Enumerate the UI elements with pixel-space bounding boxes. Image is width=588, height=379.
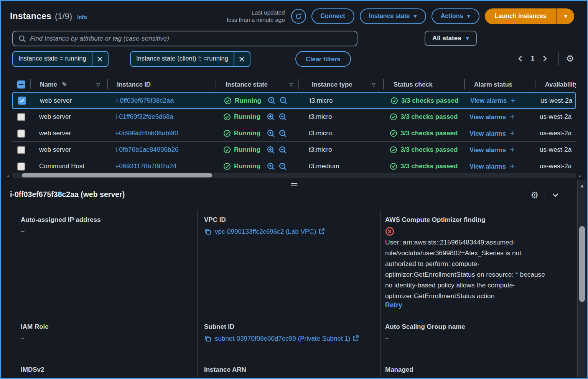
zoom-out-icon[interactable] [278, 146, 287, 154]
header-bar: Instances (1/9) Info Last updated less t… [10, 8, 574, 25]
view-alarms-link[interactable]: View alarms+ [469, 146, 515, 154]
error-icon [385, 227, 554, 236]
instance-state-text: Running [234, 162, 260, 170]
external-link-icon [318, 228, 325, 235]
success-check-icon [390, 130, 397, 137]
clear-filters-button[interactable]: Clear filters [295, 51, 351, 67]
vpc-id-link[interactable]: vpc-0990133ffc2c696c2 (Lab VPC) [215, 226, 325, 237]
refresh-icon [295, 13, 302, 20]
connect-button[interactable]: Connect [311, 8, 354, 24]
header-actions: Last updated less than a minute ago Conn… [227, 8, 574, 24]
instance-id-link[interactable]: i-0c999c84bb06ab9f0 [115, 130, 178, 137]
current-page-number[interactable]: 1 [527, 55, 538, 62]
subnet-id-link[interactable]: subnet-03970f08e60d7ec99 (Private Subnet… [215, 333, 359, 344]
instance-name: Command Host [30, 158, 106, 174]
zoom-in-icon[interactable] [267, 146, 275, 154]
column-header-instance-id[interactable]: Instance ID [108, 76, 216, 92]
sort-caret-icon[interactable]: ▽ [289, 82, 293, 87]
column-header-status-check[interactable]: Status check [384, 76, 464, 92]
instance-id-link[interactable]: i-0ff03ef675f38c2aa [116, 97, 174, 105]
success-check-icon [390, 162, 397, 170]
panel-settings-gear-icon[interactable]: ⚙ [530, 191, 539, 200]
row-checkbox[interactable] [17, 113, 25, 121]
copy-icon[interactable] [204, 228, 211, 235]
zoom-in-icon[interactable] [267, 113, 275, 121]
column-header-name[interactable]: Name ✎ ▽ [31, 76, 107, 92]
title-group: Instances (1/9) Info [10, 11, 87, 21]
collapse-panel-chevron-icon[interactable] [551, 191, 560, 199]
table-row[interactable]: web server i-0c999c84bb06ab9f0 Running t… [12, 125, 576, 142]
zoom-in-icon[interactable] [267, 129, 275, 138]
zoom-in-icon[interactable] [267, 96, 276, 105]
next-page-button[interactable] [540, 53, 550, 64]
column-header-alarm-status[interactable]: Alarm status [465, 76, 535, 92]
status-check-text: 3/3 checks passed [400, 130, 458, 137]
column-header-instance-state[interactable]: Instance state ▽ [216, 76, 298, 92]
launch-instances-split-button: Launch instances ▼ [485, 8, 574, 24]
sort-caret-icon[interactable]: ▽ [96, 82, 100, 87]
row-checkbox[interactable] [17, 130, 25, 138]
table-settings-gear-icon[interactable]: ⚙ [566, 54, 574, 63]
page-title: Instances [10, 11, 51, 21]
remove-filter-button[interactable] [234, 52, 250, 66]
vertical-scrollbar-thumb[interactable] [579, 226, 585, 302]
table-row[interactable]: web server i-0ff03ef675f38c2aa Running t… [12, 92, 576, 109]
plus-icon: + [510, 162, 515, 171]
plus-icon: + [510, 129, 515, 138]
panel-header-icons: ⚙ [530, 189, 560, 202]
row-checkbox[interactable] [17, 146, 25, 154]
view-alarms-link[interactable]: View alarms+ [469, 113, 515, 121]
column-header-instance-type[interactable]: Instance type ▽ [299, 76, 383, 92]
vertical-scrollbar[interactable]: ▲ [577, 180, 586, 377]
column-header-availability-zone[interactable]: Availability Zone [535, 76, 576, 92]
refresh-button[interactable] [291, 9, 306, 24]
select-all-checkbox[interactable] [17, 80, 25, 89]
filter-chip-label[interactable]: Instance state (client) !: =running [136, 55, 228, 63]
chevron-left-icon [517, 55, 523, 62]
instance-id-link[interactable]: i-0fb76b1ac84905b26 [115, 146, 178, 154]
scroll-up-arrow-icon[interactable]: ▲ [580, 183, 583, 188]
zoom-out-icon[interactable] [279, 96, 288, 105]
instance-type: t3.micro [297, 93, 381, 108]
scroll-left-arrow-icon[interactable]: ◂ [7, 174, 9, 178]
plus-icon: + [510, 146, 515, 154]
row-checkbox[interactable] [17, 162, 25, 171]
view-alarms-link[interactable]: View alarms+ [469, 162, 515, 171]
horizontal-scrollbar[interactable] [12, 173, 576, 178]
view-alarms-link[interactable]: View alarms+ [470, 97, 516, 105]
zoom-out-icon[interactable] [278, 113, 287, 121]
plus-icon: + [511, 97, 516, 105]
launch-instances-caret-button[interactable]: ▼ [557, 8, 574, 24]
all-states-dropdown[interactable]: All states ▼ [425, 31, 477, 46]
instance-arn-value: arn:aws:ec2:us-west-2:215965483449:insta… [215, 376, 344, 379]
remove-filter-button[interactable] [92, 52, 108, 66]
horizontal-scrollbar-thumb[interactable] [22, 173, 212, 177]
table-row[interactable]: web server i-0fb76b1ac84905b26 Running t… [12, 142, 576, 158]
sort-caret-icon[interactable]: ▽ [372, 82, 376, 87]
copy-icon[interactable] [204, 335, 211, 342]
caret-down-icon: ▼ [467, 14, 470, 18]
table-row[interactable]: Command Host i-06931178b7f9f2a24 Running… [12, 158, 576, 175]
zoom-out-icon[interactable] [278, 162, 287, 171]
zoom-out-icon[interactable] [278, 129, 287, 138]
filter-chip-label[interactable]: Instance state = running [18, 55, 86, 63]
caret-down-icon: ▼ [466, 36, 469, 41]
search-input[interactable] [30, 35, 351, 43]
instance-id-link[interactable]: i-01ff69f32fde5d68a [115, 113, 173, 121]
success-check-icon [223, 146, 231, 154]
instance-state-text: Running [234, 130, 260, 137]
view-alarms-link[interactable]: View alarms+ [469, 129, 515, 138]
scroll-right-arrow-icon[interactable]: ▸ [579, 174, 581, 178]
launch-instances-button[interactable]: Launch instances [485, 8, 557, 24]
panel-resize-handle[interactable] [291, 183, 297, 186]
actions-dropdown[interactable]: Actions ▼ [432, 8, 479, 24]
details-column-3: AWS Compute Optimizer finding User: arn:… [381, 210, 578, 377]
instance-id-link[interactable]: i-06931178b7f9f2a24 [115, 162, 176, 170]
info-link[interactable]: Info [77, 14, 87, 20]
table-row[interactable]: web server i-01ff69f32fde5d68a Running t… [12, 109, 576, 125]
retry-link[interactable]: Retry [385, 301, 402, 309]
previous-page-button[interactable] [515, 53, 525, 64]
zoom-in-icon[interactable] [267, 162, 275, 171]
instance-state-dropdown[interactable]: Instance state ▼ [360, 8, 426, 24]
row-checkbox-checked[interactable] [18, 97, 26, 105]
